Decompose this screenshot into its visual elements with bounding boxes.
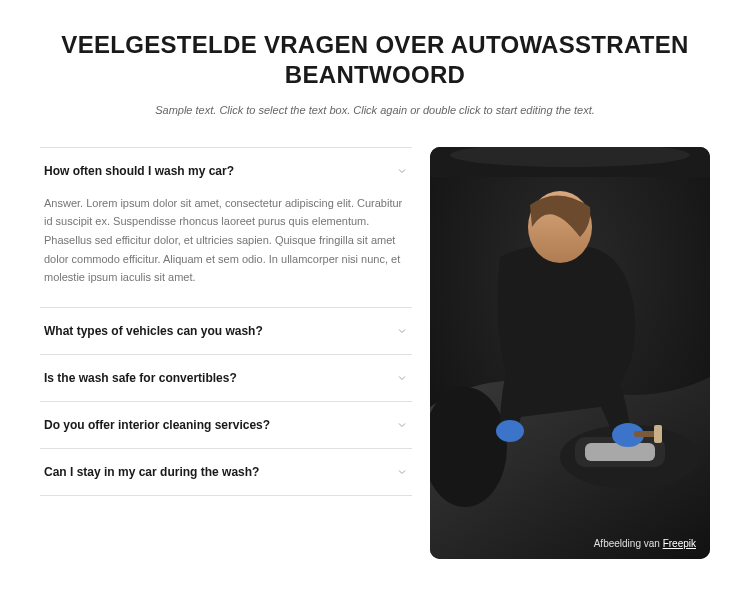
faq-question-text: Is the wash safe for convertibles? xyxy=(44,371,237,385)
faq-item: How often should I wash my car? Answer. … xyxy=(40,147,412,307)
faq-question-row[interactable]: What types of vehicles can you wash? xyxy=(40,308,412,354)
faq-question-row[interactable]: Is the wash safe for convertibles? xyxy=(40,355,412,401)
image-caption-prefix: Afbeelding van xyxy=(594,538,663,549)
svg-rect-8 xyxy=(654,425,662,443)
faq-item: Do you offer interior cleaning services? xyxy=(40,401,412,448)
faq-list: How often should I wash my car? Answer. … xyxy=(40,147,412,496)
faq-item: What types of vehicles can you wash? xyxy=(40,307,412,354)
image-caption: Afbeelding van Freepik xyxy=(594,538,696,549)
header: VEELGESTELDE VRAGEN OVER AUTOWASSTRATEN … xyxy=(40,30,710,119)
chevron-down-icon xyxy=(396,372,408,384)
faq-question-text: What types of vehicles can you wash? xyxy=(44,324,263,338)
faq-item: Can I stay in my car during the wash? xyxy=(40,448,412,496)
faq-answer: Answer. Lorem ipsum dolor sit amet, cons… xyxy=(40,194,412,307)
faq-question-text: How often should I wash my car? xyxy=(44,164,234,178)
content-row: How often should I wash my car? Answer. … xyxy=(40,147,710,559)
faq-item: Is the wash safe for convertibles? xyxy=(40,354,412,401)
faq-image: Afbeelding van Freepik xyxy=(430,147,710,559)
image-credit-link[interactable]: Freepik xyxy=(663,538,696,549)
car-interior-cleaning-illustration xyxy=(430,147,710,559)
faq-question-row[interactable]: Do you offer interior cleaning services? xyxy=(40,402,412,448)
chevron-down-icon xyxy=(396,466,408,478)
page-title: VEELGESTELDE VRAGEN OVER AUTOWASSTRATEN … xyxy=(40,30,710,90)
svg-rect-3 xyxy=(585,443,655,461)
svg-point-9 xyxy=(496,420,524,442)
faq-question-text: Do you offer interior cleaning services? xyxy=(44,418,270,432)
page-subtitle[interactable]: Sample text. Click to select the text bo… xyxy=(40,102,710,119)
faq-question-row[interactable]: Can I stay in my car during the wash? xyxy=(40,449,412,495)
faq-question-text: Can I stay in my car during the wash? xyxy=(44,465,259,479)
chevron-down-icon xyxy=(396,419,408,431)
chevron-down-icon xyxy=(396,165,408,177)
svg-rect-7 xyxy=(634,431,656,437)
faq-question-row[interactable]: How often should I wash my car? xyxy=(40,148,412,194)
chevron-down-icon xyxy=(396,325,408,337)
